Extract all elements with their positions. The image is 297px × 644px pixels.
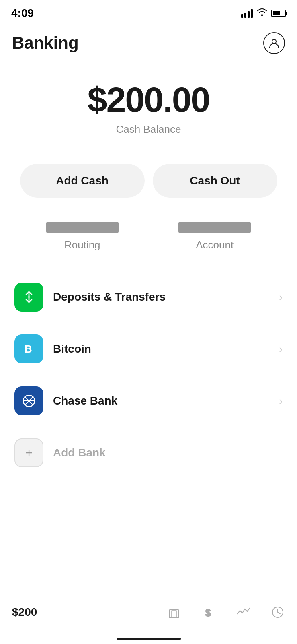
cash-out-button[interactable]: Cash Out: [153, 164, 277, 198]
deposits-transfers-label: Deposits & Transfers: [53, 291, 279, 303]
nav-activity-icon[interactable]: [236, 605, 250, 619]
chase-bank-icon: [14, 386, 43, 415]
svg-rect-10: [171, 611, 177, 618]
bottom-nav: $200 $: [0, 596, 297, 628]
nav-balance: $200: [12, 606, 167, 619]
signal-icon: [241, 9, 253, 18]
balance-section: $200.00 Cash Balance: [0, 58, 297, 152]
account-label: Account: [196, 239, 234, 251]
status-bar: 4:09: [0, 0, 297, 24]
profile-button[interactable]: [263, 32, 285, 54]
account-item: Account: [178, 222, 251, 251]
svg-point-0: [272, 39, 276, 43]
nav-icons: $: [167, 605, 285, 619]
balance-label: Cash Balance: [8, 123, 289, 136]
nav-clock-icon[interactable]: [270, 605, 285, 619]
svg-text:B: B: [25, 343, 32, 355]
menu-item-add-bank[interactable]: + Add Bank: [8, 427, 289, 479]
menu-item-chase-bank[interactable]: Chase Bank ›: [8, 375, 289, 427]
page-title: Banking: [12, 33, 79, 53]
add-cash-button[interactable]: Add Cash: [20, 164, 145, 198]
bitcoin-chevron: ›: [279, 343, 283, 355]
menu-item-bitcoin[interactable]: B Bitcoin ›: [8, 323, 289, 375]
add-bank-label: Add Bank: [53, 446, 283, 459]
account-number-bar: [178, 222, 251, 233]
svg-rect-9: [169, 610, 179, 618]
deposits-transfers-chevron: ›: [279, 291, 283, 303]
routing-label: Routing: [64, 239, 100, 251]
action-buttons: Add Cash Cash Out: [0, 152, 297, 218]
add-bank-icon: +: [14, 438, 43, 467]
chase-bank-label: Chase Bank: [53, 394, 279, 407]
menu-item-deposits-transfers[interactable]: Deposits & Transfers ›: [8, 271, 289, 323]
status-time: 4:09: [11, 7, 34, 20]
menu-list: Deposits & Transfers › B Bitcoin › Chase…: [0, 271, 297, 479]
deposits-transfers-icon: [14, 283, 43, 312]
wifi-icon: [257, 8, 267, 19]
battery-icon: [271, 10, 286, 17]
bitcoin-label: Bitcoin: [53, 343, 279, 355]
routing-account-section: Routing Account: [0, 218, 297, 271]
routing-item: Routing: [46, 222, 119, 251]
nav-home-icon[interactable]: [167, 605, 181, 619]
plus-icon: +: [25, 446, 33, 460]
header: Banking: [0, 24, 297, 58]
chase-bank-chevron: ›: [279, 395, 283, 407]
balance-amount: $200.00: [8, 82, 289, 118]
bitcoin-icon: B: [14, 334, 43, 363]
routing-number-bar: [46, 222, 119, 233]
svg-text:$: $: [205, 607, 211, 618]
home-indicator: [117, 638, 181, 640]
nav-dollar-icon[interactable]: $: [201, 605, 216, 619]
status-icons: [241, 8, 286, 19]
